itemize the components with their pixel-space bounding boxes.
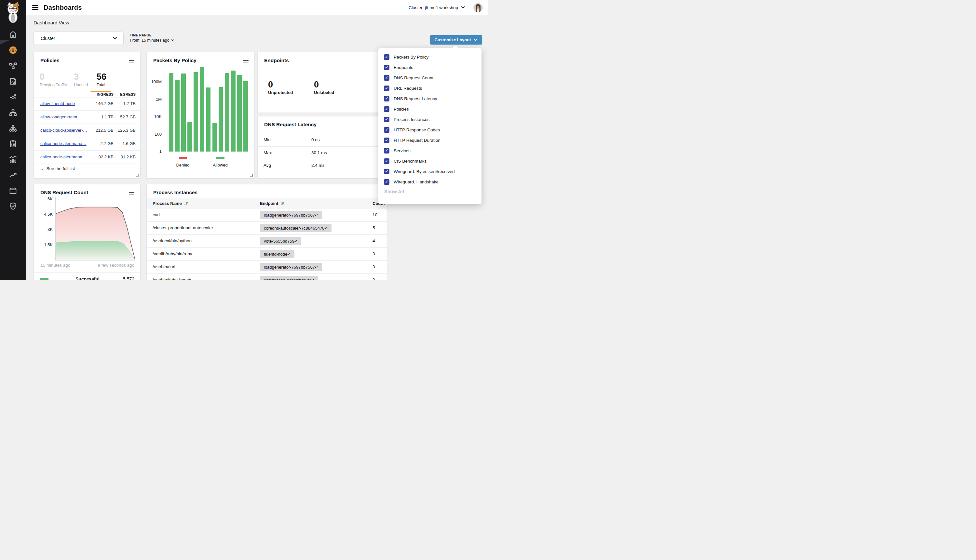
policies-stat-denying-traffic[interactable]: 0Denying Traffic — [40, 72, 67, 87]
calico-cat-logo[interactable] — [5, 2, 22, 23]
sort-icon — [184, 201, 188, 205]
checkbox-checked-icon[interactable]: ✓ — [384, 96, 389, 102]
process-count: 3 — [372, 252, 375, 256]
menu-item-http-request-duration[interactable]: ✓HTTP Request Duration — [379, 135, 482, 145]
sidebar-item-shield-check[interactable] — [0, 198, 26, 214]
menu-item-label: CIS Benchmarks — [394, 159, 427, 163]
checkbox-checked-icon[interactable]: ✓ — [384, 127, 389, 133]
customize-layout-button[interactable]: Customize Layout — [430, 35, 482, 45]
y-tick-label: 3K — [35, 227, 53, 232]
process-table-header: Process Name Endpoint Count — [147, 198, 387, 209]
checkbox-checked-icon[interactable]: ✓ — [384, 106, 389, 112]
sidebar-item-flow[interactable] — [0, 58, 26, 73]
policy-name-link[interactable]: calico-cloud-apiserver-… — [40, 128, 87, 133]
process-count: 3 — [372, 277, 375, 280]
checkbox-checked-icon[interactable]: ✓ — [384, 85, 389, 91]
card-menu-icon[interactable] — [129, 191, 134, 195]
menu-item-wireguard-handshake[interactable]: ✓Wireguard. Handshake — [379, 177, 482, 187]
resize-handle[interactable] — [136, 174, 138, 177]
process-count: 4 — [372, 238, 375, 243]
allowed-bar[interactable] — [175, 80, 180, 152]
allowed-bar[interactable] — [194, 72, 198, 152]
checkbox-checked-icon[interactable]: ✓ — [384, 54, 389, 60]
legend-item-denied: Denied — [168, 155, 197, 167]
checkbox-checked-icon[interactable]: ✓ — [384, 148, 389, 153]
menu-item-wireguard-bytes-sent-received[interactable]: ✓Wireguard. Bytes sent/received — [379, 166, 482, 177]
allowed-bar[interactable] — [187, 122, 192, 152]
policy-name-link[interactable]: allow-fluentd-node — [40, 101, 75, 106]
cluster-selector[interactable]: Cluster: jlt-msft-workshop — [409, 5, 465, 10]
time-range-value[interactable]: From: 15 minutes ago — [130, 38, 174, 43]
sidebar-item-trend-up[interactable] — [0, 167, 26, 183]
see-full-list-link[interactable]: →See the full list — [39, 166, 75, 171]
policy-name-link[interactable]: allow-loadgenerator — [40, 115, 77, 119]
policy-row: allow-loadgenerator1.1 TB52.7 GB — [34, 110, 140, 124]
checkbox-checked-icon[interactable]: ✓ — [384, 75, 389, 81]
y-tick-label: 1.5K — [35, 242, 53, 247]
menu-item-dns-request-count[interactable]: ✓DNS Request Count — [379, 73, 482, 83]
x-axis-start-label: 15 minutes ago — [40, 263, 70, 268]
policies-stat-total[interactable]: 56Total — [97, 72, 107, 87]
sort-header-process-name[interactable]: Process Name — [153, 201, 188, 206]
menu-item-endpoints[interactable]: ✓Endpoints — [379, 62, 482, 73]
card-title: Policies — [40, 58, 60, 63]
allowed-bar[interactable] — [225, 73, 229, 152]
sidebar-item-home[interactable] — [0, 27, 26, 42]
policy-name-link[interactable]: calico-node-alertmana… — [40, 141, 87, 146]
sidebar-item-clipboard[interactable] — [0, 136, 26, 152]
process-count: 3 — [372, 264, 375, 269]
allowed-bar[interactable] — [169, 73, 174, 152]
card-menu-icon[interactable] — [243, 59, 249, 63]
policies-stat-unused[interactable]: 3Unused — [74, 72, 88, 87]
menu-hamburger-icon[interactable] — [32, 4, 38, 11]
sidebar-item-gauge-active[interactable] — [0, 42, 26, 58]
avatar[interactable] — [473, 3, 483, 12]
allowed-bar[interactable] — [181, 73, 186, 152]
successful-swatch — [40, 278, 48, 280]
process-name: /usr/bin/kube-bench — [153, 277, 191, 280]
process-name: /var/lib/ruby/bin/ruby — [153, 252, 192, 256]
allowed-bar[interactable] — [244, 81, 248, 152]
sidebar-item-policy-edit[interactable] — [0, 73, 26, 89]
menu-item-policies[interactable]: ✓Policies — [379, 104, 482, 114]
card-menu-icon[interactable] — [129, 59, 134, 63]
bar-line-chart-icon — [9, 155, 17, 163]
menu-item-url-requests[interactable]: ✓URL Requests — [379, 83, 482, 93]
view-select-value: Cluster — [41, 36, 55, 41]
menu-item-packets-by-policy[interactable]: ✓Packets By Policy — [379, 52, 482, 62]
sort-header-endpoint[interactable]: Endpoint — [260, 201, 284, 206]
sidebar-item-bar-line-chart[interactable] — [0, 152, 26, 167]
allowed-bar[interactable] — [206, 87, 211, 152]
checkbox-checked-icon[interactable]: ✓ — [384, 179, 389, 185]
allowed-bar[interactable] — [237, 75, 242, 152]
policy-name-link[interactable]: calico-node-alertmana… — [40, 155, 87, 159]
policies-table-header: INGRESS EGRESS — [34, 92, 140, 98]
checkbox-checked-icon[interactable]: ✓ — [384, 169, 389, 174]
sidebar-item-cluster-circles[interactable] — [0, 120, 26, 136]
checkbox-checked-icon[interactable]: ✓ — [384, 158, 389, 164]
menu-item-services[interactable]: ✓Services — [379, 145, 482, 156]
graph-icon — [9, 93, 17, 101]
policy-edit-icon — [9, 77, 17, 85]
resize-handle[interactable] — [250, 174, 253, 177]
menu-item-dns-request-latency[interactable]: ✓DNS Request Latency — [379, 93, 482, 104]
sidebar-item-sitemap[interactable] — [0, 105, 26, 120]
menu-item-label: Wireguard. Bytes sent/received — [394, 169, 455, 174]
policy-egress-value: 1.6 GB — [123, 141, 136, 146]
menu-item-cis-benchmarks[interactable]: ✓CIS Benchmarks — [379, 156, 482, 166]
sidebar-item-graph[interactable] — [0, 89, 26, 105]
x-axis-end-label: a few seconds ago — [98, 263, 134, 268]
checkbox-checked-icon[interactable]: ✓ — [384, 65, 389, 70]
allowed-bar[interactable] — [212, 123, 217, 152]
policy-row: calico-node-alertmana…2.7 GB1.6 GB — [34, 137, 140, 150]
dashboard-view-select[interactable]: Cluster — [33, 32, 123, 45]
sidebar-item-package[interactable] — [0, 183, 26, 198]
allowed-bar[interactable] — [231, 70, 235, 152]
menu-item-http-response-codes[interactable]: ✓HTTP Response Codes — [379, 125, 482, 135]
show-all-link[interactable]: Show All — [384, 189, 404, 194]
allowed-bar[interactable] — [200, 67, 205, 152]
menu-item-process-instances[interactable]: ✓Process Instances — [379, 114, 482, 125]
checkbox-checked-icon[interactable]: ✓ — [384, 117, 389, 122]
allowed-bar[interactable] — [219, 87, 223, 152]
checkbox-checked-icon[interactable]: ✓ — [384, 138, 389, 143]
